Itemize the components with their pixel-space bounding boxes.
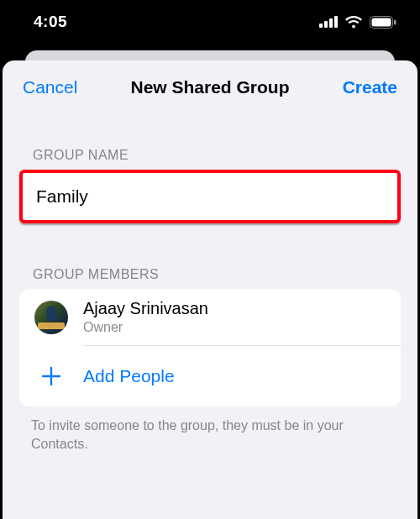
add-people-button[interactable]: Add People — [19, 346, 401, 406]
group-name-input[interactable] — [23, 173, 397, 220]
member-info: Ajaay Srinivasan Owner — [83, 299, 208, 335]
svg-rect-5 — [372, 18, 391, 26]
svg-rect-3 — [334, 16, 338, 28]
status-bar: 4:05 — [0, 0, 420, 44]
member-role: Owner — [83, 320, 208, 335]
svg-rect-2 — [329, 18, 333, 28]
svg-rect-0 — [319, 24, 323, 28]
cellular-signal-icon — [319, 16, 338, 28]
svg-rect-6 — [394, 19, 396, 24]
sheet-title: New Shared Group — [130, 77, 289, 97]
group-name-field-highlight — [19, 170, 401, 223]
member-name: Ajaay Srinivasan — [83, 299, 208, 318]
status-time: 4:05 — [34, 13, 67, 31]
battery-icon — [370, 16, 396, 29]
sheet-header: Cancel New Shared Group Create — [3, 60, 417, 113]
group-members-section: GROUP MEMBERS Ajaay Srinivasan Owner Add… — [3, 267, 417, 453]
member-row: Ajaay Srinivasan Owner — [19, 289, 401, 345]
add-people-label: Add People — [83, 366, 175, 386]
group-members-section-label: GROUP MEMBERS — [3, 267, 417, 289]
group-name-section: GROUP NAME — [3, 148, 417, 223]
members-card: Ajaay Srinivasan Owner Add People — [19, 289, 401, 406]
status-indicators — [319, 15, 396, 29]
wifi-icon — [344, 15, 363, 29]
avatar — [34, 301, 68, 334]
new-shared-group-sheet: Cancel New Shared Group Create GROUP NAM… — [3, 60, 417, 519]
plus-icon — [34, 359, 68, 393]
cancel-button[interactable]: Cancel — [23, 77, 77, 97]
svg-rect-1 — [324, 21, 328, 28]
create-button[interactable]: Create — [343, 77, 397, 97]
group-name-section-label: GROUP NAME — [3, 148, 417, 170]
members-footer-note: To invite someone to the group, they mus… — [3, 406, 417, 453]
